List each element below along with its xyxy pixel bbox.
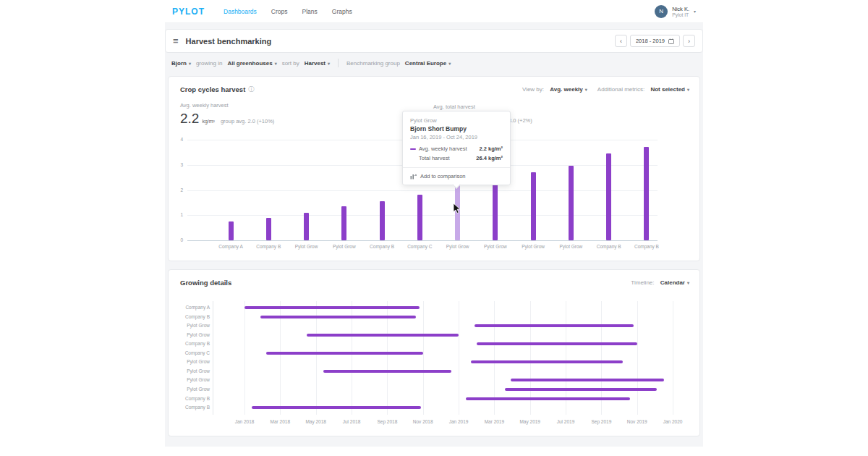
user-org: Pylot IT — [672, 12, 689, 17]
x-axis-category-label: Company B — [590, 244, 628, 249]
gantt-bar[interactable] — [475, 324, 634, 327]
x-axis-tick-label: Jul 2018 — [337, 419, 366, 424]
date-range-control: ‹ 2018 - 2019 › — [615, 35, 695, 47]
x-axis-category-label: Company A — [212, 244, 250, 249]
x-axis-tick-label: Jan 2020 — [658, 419, 687, 424]
harvest-bar[interactable] — [266, 218, 271, 240]
nav-plans[interactable]: Plans — [302, 8, 318, 15]
gantt-row-label: Company B — [169, 341, 210, 346]
gantt-bar[interactable] — [511, 379, 664, 381]
filter-bar: Bjorn▾ growing in All greenhouses▾ sort … — [171, 57, 699, 69]
gantt-row-label: Pylot Grow — [169, 359, 210, 364]
menu-icon[interactable]: ≡ — [173, 36, 179, 46]
crop-filter[interactable]: Bjorn▾ — [171, 60, 191, 67]
tooltip-divider — [403, 167, 510, 168]
gridline-vertical — [280, 301, 281, 415]
gridline-vertical — [352, 301, 352, 415]
gridline-vertical — [423, 301, 424, 415]
gantt-row-label: Pylot Grow — [169, 387, 210, 392]
tooltip-variety: Bjorn Short Bumpy — [410, 125, 503, 132]
calendar-icon — [668, 38, 674, 44]
harvest-bar[interactable] — [417, 195, 422, 240]
harvest-bar[interactable] — [644, 147, 649, 240]
user-name: Nick K. — [672, 6, 689, 12]
growing-details-card: Growing details Timeline: Calendar▾ Jan … — [168, 269, 700, 436]
nav-dashboards[interactable]: Dashboards — [224, 8, 257, 15]
gantt-bar[interactable] — [466, 397, 630, 400]
chart-tooltip: Pylot Grow Bjorn Short Bumpy Jan 16, 201… — [402, 111, 511, 185]
date-range-selector[interactable]: 2018 - 2019 — [630, 35, 680, 47]
gantt-row-label: Pylot Grow — [169, 368, 210, 373]
y-axis-tick-label: 3 — [171, 162, 183, 167]
harvest-bar[interactable] — [341, 206, 346, 240]
gantt-bar[interactable] — [505, 388, 657, 391]
x-axis-category-label: Pylot Grow — [552, 244, 590, 249]
y-axis-tick-label: 0 — [171, 237, 183, 242]
gantt-row-label: Company B — [169, 405, 210, 410]
sort-by-label: sort by — [282, 60, 299, 67]
nav-crops[interactable]: Crops — [271, 8, 288, 15]
benchmark-group-label: Benchmarking group — [346, 60, 400, 67]
chevron-down-icon: ▾ — [694, 9, 696, 14]
x-axis-tick-label: Nov 2018 — [409, 419, 438, 424]
series-swatch — [410, 148, 416, 150]
greenhouse-filter[interactable]: All greenhouses▾ — [227, 60, 276, 67]
y-axis-tick-label: 1 — [171, 212, 183, 217]
tooltip-row-weekly: Avg. weekly harvest 2.2 kg/m² — [410, 145, 503, 152]
x-axis-category-label: Company C — [401, 244, 438, 249]
harvest-bar[interactable] — [569, 166, 574, 240]
benchmark-group-filter[interactable]: Central Europe▾ — [405, 60, 451, 67]
gantt-bar[interactable] — [471, 360, 623, 363]
y-axis-tick-label: 4 — [171, 137, 183, 142]
x-axis-category-label: Pylot Grow — [514, 244, 552, 249]
mouse-cursor — [452, 203, 462, 214]
avatar: N — [655, 5, 668, 18]
x-axis-category-label: Pylot Grow — [326, 244, 363, 249]
chevron-down-icon: ▾ — [448, 61, 451, 66]
page-title: Harvest benchmarking — [186, 37, 272, 46]
y-axis-tick-label: 2 — [171, 187, 183, 193]
growing-gantt-chart: Jan 2018Mar 2018May 2018Jul 2018Sep 2018… — [169, 270, 701, 437]
add-to-comparison-button[interactable]: Add to comparison — [410, 173, 503, 180]
gantt-row-label: Company B — [169, 396, 210, 401]
pylot-logo[interactable]: PYLOT — [172, 7, 205, 17]
x-axis-category-label: Pylot Grow — [288, 244, 326, 249]
sort-filter[interactable]: Harvest▾ — [305, 60, 330, 67]
x-axis-tick-label: Jul 2019 — [551, 419, 580, 424]
harvest-bar[interactable] — [304, 213, 309, 240]
page-canvas: { "colors": { "accent_cyan": "#1aaff5", … — [0, 0, 868, 456]
harvest-bar[interactable] — [606, 153, 611, 240]
prev-period-button[interactable]: ‹ — [615, 35, 627, 47]
x-axis-category-label: Company B — [363, 244, 401, 249]
gantt-bar[interactable] — [266, 352, 423, 355]
harvest-bar[interactable] — [493, 180, 498, 240]
gantt-bar[interactable] — [307, 334, 459, 337]
harvest-bar[interactable] — [531, 172, 536, 240]
gantt-row-label: Company B — [169, 314, 210, 319]
crop-cycles-harvest-card: Crop cycles harvest ⓘ View by: Avg. week… — [168, 76, 700, 261]
gantt-bar[interactable] — [323, 370, 452, 373]
gantt-bar[interactable] — [260, 316, 416, 318]
x-axis-tick-label: Jan 2019 — [444, 419, 473, 424]
harvest-bar[interactable] — [229, 221, 234, 240]
gridline-vertical — [387, 301, 388, 415]
x-axis-tick-label: May 2019 — [516, 419, 545, 424]
gridline-vertical — [316, 301, 317, 415]
harvest-bar[interactable] — [380, 201, 385, 240]
x-axis-tick-label: Mar 2019 — [480, 419, 509, 424]
next-period-button[interactable]: › — [683, 35, 695, 47]
user-menu[interactable]: N Nick K. Pylot IT ▾ — [655, 5, 696, 18]
gantt-row-label: Company C — [169, 350, 210, 355]
date-range-label: 2018 - 2019 — [636, 38, 665, 44]
gantt-bar[interactable] — [477, 342, 637, 345]
gridline-vertical — [244, 301, 245, 415]
nav-graphs[interactable]: Graphs — [332, 8, 352, 15]
gantt-bar[interactable] — [252, 406, 421, 409]
gantt-bar[interactable] — [244, 306, 420, 309]
gridline-horizontal — [187, 215, 658, 216]
gridline-horizontal — [187, 240, 658, 241]
chevron-down-icon: ▾ — [189, 61, 191, 66]
growing-in-label: growing in — [196, 60, 222, 67]
chevron-down-icon: ▾ — [275, 61, 277, 66]
top-nav: PYLOT Dashboards Crops Plans Graphs N Ni… — [165, 0, 703, 23]
